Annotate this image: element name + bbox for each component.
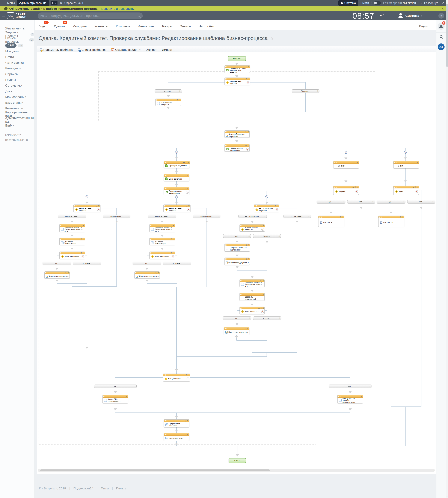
node-delete-icon[interactable]: ×: [248, 244, 249, 246]
sidebar-item-meetings[interactable]: Мои собрания: [0, 94, 34, 100]
add-action-icon[interactable]: +: [82, 255, 84, 258]
sidebar-item-knowledge[interactable]: База знаний: [0, 100, 34, 105]
node-settings-icon[interactable]: [185, 188, 186, 189]
node-delete-icon[interactable]: ×: [357, 162, 358, 163]
flow-branch-c1[interactable]: Условие: [155, 89, 182, 93]
node-minimize-icon[interactable]: [413, 187, 414, 188]
flow-branch-d30[interactable]: да: [317, 200, 345, 204]
node-minimize-icon[interactable]: [352, 187, 354, 188]
collapse-branch-icon[interactable]: −: [404, 151, 407, 154]
close-icon[interactable]: ×: [442, 7, 444, 11]
node-minimize-icon[interactable]: [244, 79, 245, 80]
drag-handle-icon[interactable]: [379, 217, 382, 218]
branch-settings-icon[interactable]: [249, 318, 250, 319]
drag-handle-icon[interactable]: [338, 396, 341, 397]
flow-node-c3d[interactable]: ×3 дня+: [393, 186, 419, 195]
flow-branch-sa3[interactable]: согласовано: [284, 215, 311, 218]
drag-handle-icon[interactable]: [240, 308, 243, 309]
flow-node-e4[interactable]: ×Изменение документа: [224, 327, 249, 335]
drag-handle-icon[interactable]: [60, 225, 63, 226]
node-settings-icon[interactable]: [245, 258, 247, 260]
drag-handle-icon[interactable]: [240, 280, 243, 281]
node-minimize-icon[interactable]: [258, 226, 260, 226]
flow-branch-u3[interactable]: Условие: [253, 316, 281, 320]
drag-handle-icon[interactable]: [334, 162, 337, 163]
sidebar-item-employees[interactable]: Сотрудники: [0, 83, 34, 88]
flow-node-p2[interactable]: ×Параллельное выполнение+: [164, 187, 189, 195]
node-delete-icon[interactable]: ×: [247, 145, 249, 146]
add-action-icon[interactable]: +: [187, 378, 189, 380]
branch-settings-icon[interactable]: [174, 216, 175, 217]
branch-settings-icon[interactable]: [317, 90, 318, 92]
node-settings-icon[interactable]: [81, 225, 82, 226]
flow-branch-anet[interactable]: нет: [329, 385, 371, 388]
expand-button[interactable]: Развернуть: [424, 1, 439, 5]
node-delete-icon[interactable]: ×: [357, 186, 358, 188]
tab-analytics[interactable]: Аналитика: [138, 24, 154, 28]
node-settings-icon[interactable]: [245, 145, 247, 146]
flow-node-cm1[interactable]: ×Добавить комментарий: [59, 238, 85, 245]
flow-branch-nsa2[interactable]: не согласовано: [148, 215, 176, 218]
tab-contacts[interactable]: Контакты: [95, 24, 108, 28]
branch-settings-icon[interactable]: [308, 216, 309, 217]
node-delete-icon[interactable]: ×: [98, 205, 99, 207]
drag-handle-icon[interactable]: [334, 187, 337, 188]
node-minimize-icon[interactable]: [183, 189, 184, 189]
tab-companies[interactable]: Компании: [116, 24, 130, 28]
add-action-icon[interactable]: +: [247, 81, 249, 84]
bitrix24-helper-button[interactable]: 24: [436, 41, 446, 53]
sidebar-item-bp[interactable]: Бизнес-процессы56: [0, 37, 34, 43]
node-settings-icon[interactable]: [355, 162, 356, 163]
drag-handle-icon[interactable]: [165, 188, 167, 189]
flow-node-us[interactable]: ×Проверка сделки по Кредитному комитету …: [240, 279, 265, 287]
sidebar-item-mail[interactable]: Почта: [0, 54, 34, 60]
add-action-icon[interactable]: +: [416, 190, 418, 193]
node-delete-icon[interactable]: ×: [277, 205, 278, 207]
node-settings-icon[interactable]: [400, 216, 401, 218]
node-minimize-icon[interactable]: [183, 162, 185, 163]
node-settings-icon[interactable]: [246, 66, 247, 68]
node-settings-icon[interactable]: [246, 78, 247, 80]
node-delete-icon[interactable]: ×: [248, 66, 249, 68]
node-settings-icon[interactable]: [185, 175, 186, 176]
branch-settings-icon[interactable]: [83, 216, 85, 217]
add-action-icon[interactable]: +: [172, 255, 174, 258]
node-minimize-icon[interactable]: [79, 253, 80, 254]
sidebar-item-groups[interactable]: Группы: [0, 77, 34, 83]
user-menu[interactable]: Система ▾: [398, 13, 422, 19]
node-delete-icon[interactable]: ×: [262, 307, 264, 309]
flow-branch-da3[interactable]: да: [223, 316, 251, 320]
drag-handle-icon[interactable]: [103, 396, 106, 397]
branch-settings-icon[interactable]: [369, 386, 370, 387]
add-action-icon[interactable]: +: [187, 208, 190, 211]
add-action-icon[interactable]: +: [246, 148, 249, 150]
sitemap-link[interactable]: КАРТА САЙТА: [0, 132, 34, 137]
help-button[interactable]: ?: [438, 13, 444, 19]
node-minimize-icon[interactable]: [244, 67, 245, 67]
drag-handle-icon[interactable]: [165, 162, 167, 163]
node-delete-icon[interactable]: ×: [188, 374, 189, 376]
flow-node-stage[interactable]: ×Стадия Проверка службами: [224, 130, 250, 138]
node-settings-icon[interactable]: [171, 239, 172, 240]
node-delete-icon[interactable]: ×: [187, 175, 188, 176]
node-minimize-icon[interactable]: [184, 206, 186, 206]
drag-handle-icon[interactable]: [225, 258, 228, 259]
flow-node-i1[interactable]: ×Прерывание процесса: [156, 99, 181, 106]
branch-settings-icon[interactable]: [403, 201, 404, 202]
drag-handle-icon[interactable]: [164, 206, 167, 206]
node-settings-icon[interactable]: [260, 294, 262, 295]
flow-node-e3[interactable]: ×Изменение документа: [224, 258, 250, 265]
node-settings-icon[interactable]: [81, 239, 82, 240]
flow-node-nsl1[interactable]: ×не согласовано службой+: [73, 205, 100, 212]
node-minimize-icon[interactable]: [258, 308, 260, 309]
flow-branch-c2[interactable]: Условие: [292, 89, 319, 93]
add-action-icon[interactable]: +: [261, 228, 264, 230]
node-delete-icon[interactable]: ×: [417, 186, 418, 188]
flow-branch-d3d[interactable]: да: [377, 200, 405, 204]
branch-settings-icon[interactable]: [134, 386, 135, 387]
rail-search-button[interactable]: [436, 33, 446, 41]
node-settings-icon[interactable]: [156, 272, 157, 274]
scroll-right-icon[interactable]: ›: [433, 469, 434, 472]
search-icon[interactable]: [138, 15, 140, 17]
drag-handle-icon[interactable]: [135, 272, 138, 273]
